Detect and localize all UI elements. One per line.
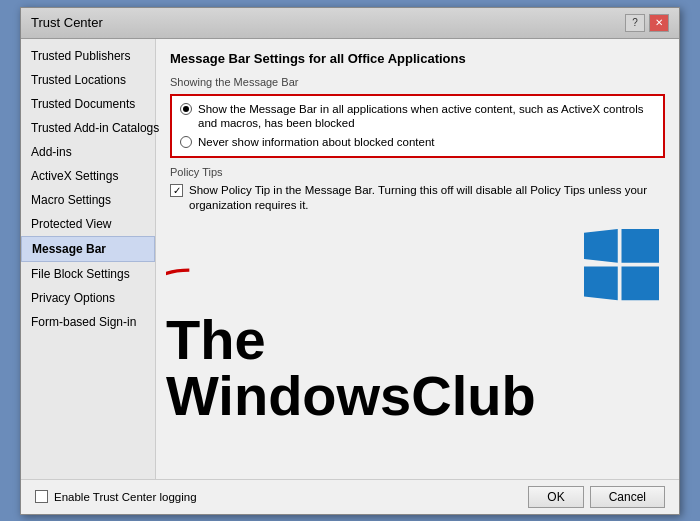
svg-marker-1 — [584, 229, 618, 263]
radio-option-show[interactable]: Show the Message Bar in all applications… — [180, 102, 655, 132]
watermark-area: The WindowsClub — [166, 229, 669, 429]
close-button[interactable]: ✕ — [649, 14, 669, 32]
sidebar-item-addins[interactable]: Add-ins — [21, 140, 155, 164]
footer-left: Enable Trust Center logging — [35, 490, 197, 503]
svg-marker-4 — [622, 266, 660, 300]
radio-never-label: Never show information about blocked con… — [198, 135, 435, 150]
sidebar-item-trusted-locations[interactable]: Trusted Locations — [21, 68, 155, 92]
policy-checkbox[interactable] — [170, 184, 183, 197]
trust-center-logging-label: Enable Trust Center logging — [54, 491, 197, 503]
radio-never-icon[interactable] — [180, 136, 192, 148]
main-panel: Message Bar Settings for all Office Appl… — [156, 39, 679, 479]
showing-section-label: Showing the Message Bar — [170, 76, 665, 88]
sidebar-item-form-based-signin[interactable]: Form-based Sign-in — [21, 310, 155, 334]
dialog-footer: Enable Trust Center logging OK Cancel — [21, 479, 679, 514]
sidebar: Trusted Publishers Trusted Locations Tru… — [21, 39, 156, 479]
svg-marker-2 — [622, 229, 660, 263]
sidebar-item-trusted-publishers[interactable]: Trusted Publishers — [21, 44, 155, 68]
windows-logo — [584, 229, 659, 304]
policy-checkbox-label: Show Policy Tip in the Message Bar. Turn… — [189, 183, 665, 213]
sidebar-item-activex-settings[interactable]: ActiveX Settings — [21, 164, 155, 188]
trust-center-logging-checkbox[interactable] — [35, 490, 48, 503]
watermark-line1: The — [166, 312, 536, 368]
cancel-button[interactable]: Cancel — [590, 486, 665, 508]
radio-show-label: Show the Message Bar in all applications… — [198, 102, 655, 132]
sidebar-item-trusted-documents[interactable]: Trusted Documents — [21, 92, 155, 116]
policy-checkbox-row: Show Policy Tip in the Message Bar. Turn… — [170, 183, 665, 213]
help-button[interactable]: ? — [625, 14, 645, 32]
radio-option-never[interactable]: Never show information about blocked con… — [180, 135, 655, 150]
ok-button[interactable]: OK — [528, 486, 583, 508]
sidebar-item-privacy-options[interactable]: Privacy Options — [21, 286, 155, 310]
radio-show-icon[interactable] — [180, 103, 192, 115]
sidebar-item-message-bar[interactable]: Message Bar — [21, 236, 155, 262]
message-bar-radio-group: Show the Message Bar in all applications… — [170, 94, 665, 159]
policy-tips-label: Policy Tips — [170, 166, 665, 178]
title-bar: Trust Center ? ✕ — [21, 8, 679, 39]
trust-center-dialog: Trust Center ? ✕ Trusted Publishers Trus… — [20, 7, 680, 515]
sidebar-item-protected-view[interactable]: Protected View — [21, 212, 155, 236]
footer-buttons: OK Cancel — [528, 486, 665, 508]
dialog-title: Trust Center — [31, 15, 103, 30]
content-area: Trusted Publishers Trusted Locations Tru… — [21, 39, 679, 479]
watermark-text: The WindowsClub — [166, 312, 536, 424]
panel-heading: Message Bar Settings for all Office Appl… — [170, 51, 665, 66]
watermark-line2: WindowsClub — [166, 368, 536, 424]
svg-marker-3 — [584, 266, 618, 300]
sidebar-item-file-block-settings[interactable]: File Block Settings — [21, 262, 155, 286]
sidebar-item-macro-settings[interactable]: Macro Settings — [21, 188, 155, 212]
title-bar-controls: ? ✕ — [625, 14, 669, 32]
policy-tips-section: Policy Tips Show Policy Tip in the Messa… — [170, 166, 665, 213]
sidebar-item-trusted-addin-catalogs[interactable]: Trusted Add-in Catalogs — [21, 116, 155, 140]
